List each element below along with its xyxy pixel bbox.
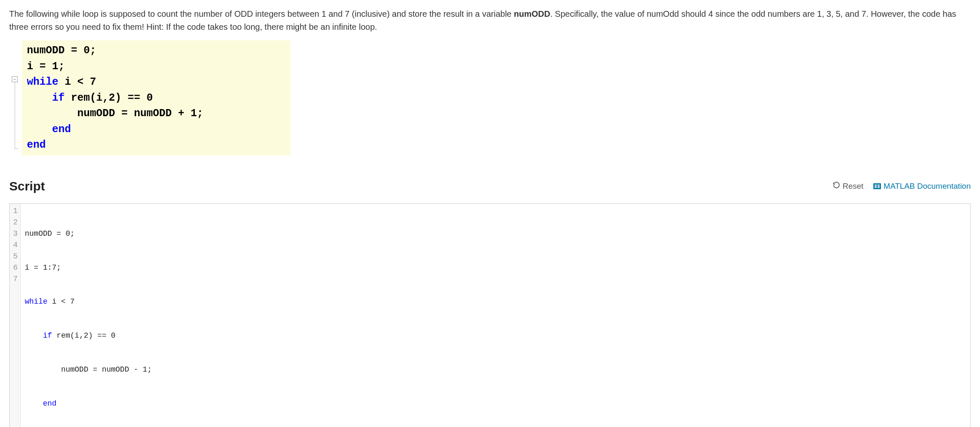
editor-line-numbers: 1 2 3 4 5 6 7 (10, 204, 21, 427)
code-indent-6 (27, 123, 52, 135)
line-number: 5 (11, 251, 18, 262)
line-number: 3 (11, 228, 18, 240)
code-line-5: numODD = numODD + 1; (27, 107, 203, 120)
reference-code-block: numODD = 0; i = 1; while i < 7 if rem(i,… (22, 40, 971, 156)
editor-line-1[interactable]: numODD = 0; (25, 228, 966, 240)
script-header: Script Reset MATLAB Documentation (9, 177, 971, 196)
documentation-link[interactable]: MATLAB Documentation (873, 180, 971, 192)
code-editor[interactable]: 1 2 3 4 5 6 7 numODD = 0; i = 1:7; while… (9, 203, 971, 427)
editor-code-area[interactable]: numODD = 0; i = 1:7; while i < 7 if rem(… (21, 204, 970, 427)
code-fold-toggle[interactable] (12, 76, 18, 82)
problem-description: The following while loop is supposed to … (9, 8, 971, 34)
documentation-icon (873, 183, 881, 189)
line-number: 2 (11, 217, 18, 228)
editor-line-5[interactable]: numODD = numODD - 1; (25, 364, 966, 375)
code-kw-end-outer: end (27, 139, 46, 151)
script-title: Script (9, 177, 45, 196)
code-line-1: numODD = 0; (27, 44, 96, 57)
editor-line-3[interactable]: while i < 7 (25, 296, 966, 307)
editor-line-4[interactable]: if rem(i,2) == 0 (25, 330, 966, 341)
code-content: numODD = 0; i = 1; while i < 7 if rem(i,… (22, 40, 291, 156)
code-indent-4 (27, 92, 52, 104)
code-line-3-rest: i < 7 (58, 76, 96, 88)
code-kw-if: if (52, 92, 65, 104)
reset-button[interactable]: Reset (833, 180, 864, 192)
line-number: 1 (11, 206, 18, 217)
editor-line-6[interactable]: end (25, 398, 966, 409)
reset-icon (833, 180, 840, 192)
reset-label: Reset (843, 180, 864, 192)
code-fold-line (15, 82, 15, 149)
intro-part1: The following while loop is supposed to … (9, 9, 514, 18)
line-number: 7 (11, 273, 18, 285)
documentation-label: MATLAB Documentation (883, 180, 971, 192)
code-line-4-rest: rem(i,2) == 0 (65, 92, 153, 104)
code-kw-while: while (27, 76, 58, 88)
intro-bold-var: numODD (514, 9, 550, 18)
line-number: 6 (11, 262, 18, 273)
code-kw-end-inner: end (52, 123, 71, 135)
script-actions: Reset MATLAB Documentation (833, 180, 971, 192)
code-line-2: i = 1; (27, 60, 65, 73)
editor-line-2[interactable]: i = 1:7; (25, 262, 966, 273)
line-number: 4 (11, 240, 18, 251)
